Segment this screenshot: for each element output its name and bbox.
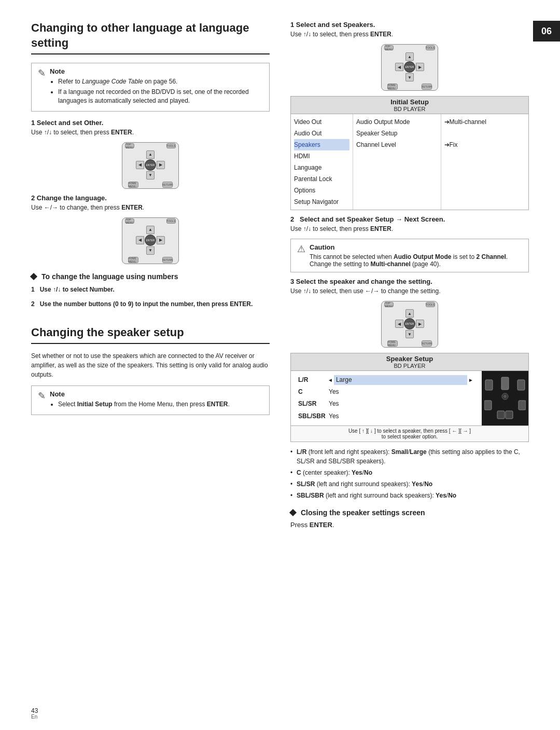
- remote-bottom-row-3: HOME MENU RETURN: [387, 84, 432, 90]
- remote-diagram-4: TOP MENU TOOLS ▲ ▼ ◀ ▶ ENTER HOME MENU R…: [290, 301, 529, 348]
- bullet-sblsbr: SBL/SBR (left and right surround back sp…: [290, 491, 529, 500]
- step2-desc: Use ←/→ to change, then press ENTER.: [31, 203, 270, 212]
- step1-label: 1 Select and set Other.: [31, 119, 270, 127]
- step3-right-label: 3 Select the speaker and change the sett…: [290, 278, 529, 285]
- section2-title: Changing the speaker setup: [31, 325, 270, 345]
- dpad-up-1: ▲: [146, 150, 155, 159]
- col3-fix: ➔Fix: [444, 139, 526, 150]
- top-menu-btn-4: TOP MENU: [384, 302, 394, 307]
- note-box-1: ✎ Note Refer to Language Code Table on p…: [31, 63, 270, 111]
- home-btn-1: HOME MENU: [128, 182, 138, 188]
- note-content-1: Note Refer to Language Code Table on pag…: [50, 67, 263, 106]
- speaker-header-title: Speaker Setup: [292, 355, 527, 363]
- home-btn-2: HOME MENU: [128, 257, 138, 263]
- col3-multichannel: ➔Multi-channel: [444, 116, 526, 128]
- svg-rect-3: [484, 401, 492, 410]
- remote-diagram-1: TOP MENU TOOLS ▲ ▼ ◀ ▶ ENTER HOME MENU R…: [31, 142, 270, 189]
- setup-col3: ➔Multi-channel ➔Fix: [441, 114, 529, 210]
- section2-intro: Set whether or not to use the speakers w…: [31, 351, 270, 379]
- diamond-icon-2: [289, 509, 297, 516]
- remote-4: TOP MENU TOOLS ▲ ▼ ◀ ▶ ENTER HOME MENU R…: [381, 301, 438, 348]
- remote-3: TOP MENU TOOLS ▲ ▼ ◀ ▶ ENTER HOME MENU R…: [381, 44, 438, 91]
- dpad-left-2: ◀: [136, 236, 144, 244]
- step2-right-label: 2 Select and set Speaker Setup → Next Sc…: [290, 215, 529, 223]
- speaker-sblsbr-value: Yes: [327, 411, 474, 421]
- dpad-right-3: ▶: [416, 63, 424, 71]
- setup-col1: Video Out Audio Out Speakers HDMI Langua…: [291, 114, 353, 210]
- step1-right: 1 Select and set Speakers. Use ↑/↓ to se…: [290, 21, 529, 39]
- menu-parental-lock: Parental Lock: [294, 173, 349, 185]
- caution-content: Caution This cannot be selected when Aud…: [310, 243, 522, 268]
- menu-setup-navigator: Setup Navigator: [294, 196, 349, 208]
- speaker-c-value: Yes: [327, 387, 474, 397]
- home-btn-3: HOME MENU: [387, 84, 398, 90]
- dpad-right-4: ▶: [416, 320, 424, 328]
- note-title-2: Note: [50, 390, 230, 398]
- closing-section: Closing the speaker settings screen Pres…: [290, 508, 529, 529]
- remote-top-row-3: TOP MENU TOOLS: [384, 45, 435, 50]
- note-content-2: Note Select Initial Setup from the Home …: [50, 390, 230, 410]
- speaker-c-label: C: [298, 387, 327, 397]
- tools-btn-1: TOOLS: [166, 143, 176, 148]
- page-number-bottom: 43: [31, 707, 38, 714]
- menu-hdmi: HDMI: [294, 150, 349, 162]
- note-list-1: Refer to Language Code Table on page 56.…: [50, 77, 263, 105]
- step2-right: 2 Select and set Speaker Setup → Next Sc…: [290, 215, 529, 233]
- step3-right: 3 Select the speaker and change the sett…: [290, 278, 529, 296]
- dpad-up-2: ▲: [146, 226, 155, 234]
- dpad-down-1: ▼: [146, 171, 155, 180]
- step3-right-desc: Use ↑/↓ to select, then use ←/→ to chang…: [290, 286, 529, 296]
- tools-btn-3: TOOLS: [426, 45, 435, 50]
- remote-2: TOP MENU TOOLS ▲ ▼ ◀ ▶ ENTER HOME MENU R…: [122, 217, 179, 264]
- setup-table-header: Initial Setup BD PLAYER: [291, 97, 528, 114]
- dpad-down-3: ▼: [405, 73, 414, 81]
- speaker-setup-table: Speaker Setup BD PLAYER L/R ◄ Large ► C …: [290, 353, 529, 442]
- bullet-lr: L/R (front left and right speakers): Sma…: [290, 447, 529, 466]
- remote-top-row-1: TOP MENU TOOLS: [125, 143, 175, 148]
- col2-speaker-setup: Speaker Setup: [356, 128, 438, 139]
- dpad-left-3: ◀: [395, 63, 403, 71]
- diamond-icon-1: [30, 273, 37, 280]
- speaker-row-lr: L/R ◄ Large ►: [296, 374, 477, 386]
- speaker-row-slsr: SL/SR Yes: [296, 398, 477, 410]
- numbers-step2: 2 Use the number buttons (0 to 9) to inp…: [31, 299, 270, 309]
- speaker-bullet-list: L/R (front left and right speakers): Sma…: [290, 447, 529, 500]
- col2-channel-level: Channel Level: [356, 139, 438, 150]
- dpad-up-4: ▲: [405, 309, 414, 318]
- setup-header-title: Initial Setup: [292, 98, 527, 106]
- remote-top-row-2: TOP MENU TOOLS: [125, 218, 175, 224]
- note-item-2: If a language not recorded on the BD/DVD…: [58, 88, 263, 105]
- speaker-lr-arrow-right: ►: [468, 376, 473, 384]
- remote-diagram-3: TOP MENU TOOLS ▲ ▼ ◀ ▶ ENTER HOME MENU R…: [290, 44, 529, 91]
- speaker-diagram-svg: [484, 375, 526, 421]
- return-btn-4: RETURN: [422, 340, 432, 347]
- note-icon-2: ✎: [38, 390, 46, 410]
- menu-video-out: Video Out: [294, 116, 349, 128]
- remote-top-row-4: TOP MENU TOOLS: [384, 302, 435, 307]
- section2-wrap: Changing the speaker setup Set whether o…: [31, 325, 270, 415]
- menu-speakers: Speakers: [294, 139, 349, 150]
- top-menu-btn-1: TOP MENU: [125, 143, 134, 148]
- numbers-step1: 1 Use ↑/↓ to select Number.: [31, 285, 270, 294]
- section1-title: Changing to other language at language s…: [31, 21, 270, 54]
- speaker-slsr-label: SL/SR: [298, 399, 327, 409]
- step2-label: 2 Change the language.: [31, 194, 270, 202]
- right-column: 1 Select and set Speakers. Use ↑/↓ to se…: [290, 21, 529, 529]
- speaker-lr-value: Large: [334, 375, 467, 385]
- sub-section-title: To change the language using numbers: [31, 272, 270, 281]
- return-btn-1: RETURN: [162, 182, 173, 188]
- left-column: Changing to other language at language s…: [31, 21, 270, 529]
- dpad-2: ▲ ▼ ◀ ▶ ENTER: [136, 226, 165, 255]
- tools-btn-4: TOOLS: [426, 302, 435, 307]
- menu-options: Options: [294, 185, 349, 196]
- speaker-sblsbr-label: SBL/SBR: [298, 411, 327, 421]
- svg-rect-2: [501, 377, 509, 390]
- remote-bottom-row-4: HOME MENU RETURN: [387, 340, 432, 347]
- col2-audio-output: Audio Output Mode: [356, 116, 438, 128]
- speaker-diagram: [482, 371, 528, 425]
- remote-diagram-2: TOP MENU TOOLS ▲ ▼ ◀ ▶ ENTER HOME MENU R…: [31, 217, 270, 264]
- remote-bottom-row-1: HOME MENU RETURN: [128, 182, 173, 188]
- sub-section-label: To change the language using numbers: [41, 272, 178, 281]
- top-menu-btn-3: TOP MENU: [384, 45, 394, 50]
- speaker-row-sblsbr: SBL/SBR Yes: [296, 410, 477, 422]
